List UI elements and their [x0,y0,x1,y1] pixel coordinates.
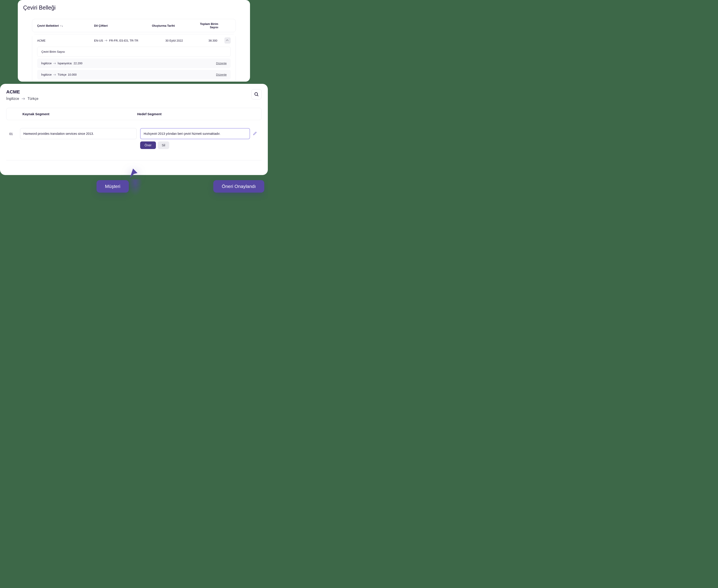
direction-src: İngilizce [6,97,19,101]
arrow-right-icon [53,74,56,76]
cursor-glow [128,179,142,196]
pair-src: İngilizce [41,62,51,65]
segment-header-row: Kaynak Segment Hedef Segment [6,108,261,120]
col-header-name-label: Çeviri Bellekleri [37,24,59,27]
edit-link[interactable]: Düzenle [216,62,227,65]
page-title: Çeviri Belleği [23,4,245,11]
pencil-icon [253,131,257,136]
target-segment-box[interactable]: Hızlıçeviri 2013 yılından beri çeviri hi… [140,128,250,139]
col-header-pair: Dil Çiftleri [94,24,152,27]
customer-pill: Müşteri [97,180,129,193]
arrow-right-icon [53,62,56,65]
tm-date-cell: 30 Eylül 2022 [152,39,196,42]
tm-name-cell: ACME [37,39,94,42]
tm-expanded-row: ACME EN-US FR-FR, ES-ES, TR-TR 30 Eylül … [32,34,236,82]
delete-button[interactable]: Sil [158,142,169,149]
suggest-button[interactable]: Öner [140,142,156,149]
sort-icon: ↑↓ [60,24,63,27]
search-button[interactable] [251,89,261,99]
pair-src: İngilizce [41,73,51,76]
source-segment-box[interactable]: Hareword provides translation services s… [20,128,136,139]
tm-row[interactable]: ACME EN-US FR-FR, ES-ES, TR-TR 30 Eylül … [32,34,236,47]
lang-pair-row: İngilizce İspanyolca: 22.200 Düzenle [37,59,231,68]
pair-tgt: Türkçe [58,73,66,76]
chevron-up-icon [226,40,228,42]
lang-pair-row: İngilizce Türkçe 10.000 Düzenle [37,70,231,79]
col-header-name[interactable]: Çeviri Bellekleri ↑↓ [37,24,94,27]
src-header: Kaynak Segment [22,112,134,116]
arrow-right-icon [104,39,108,42]
approved-pill: Öneri Onaylandı [213,180,264,193]
language-direction: İngilizce Türkçe [6,97,39,101]
translation-memory-panel: Çeviri Belleği Çeviri Bellekleri ↑↓ Dil … [18,0,250,82]
segment-row: 01 Hareword provides translation service… [6,128,261,149]
collapse-button[interactable] [225,37,231,44]
tm-total-cell: 38.300 [196,39,222,42]
edit-link[interactable]: Düzenle [216,73,227,76]
edit-segment-button[interactable] [253,128,261,136]
tm-pair-cell: EN-US FR-FR, ES-ES, TR-TR [94,39,152,42]
col-header-date: Oluşturma Tarihi [152,24,196,27]
tm-header-row: Çeviri Bellekleri ↑↓ Dil Çiftleri Oluştu… [32,19,236,32]
unit-count-label: Çeviri Birim Sayısı [37,47,231,57]
search-icon [254,92,259,97]
pair-count: 10.000 [68,73,77,76]
direction-tgt: Türkçe [27,97,39,101]
segment-index: 01 [6,128,20,136]
segment-detail-panel: ACME İngilizce Türkçe Kaynak Segment Hed… [0,84,268,175]
account-title: ACME [6,89,39,94]
arrow-right-icon [21,97,25,100]
pair-tgt: İspanyolca: [58,62,72,65]
svg-point-0 [255,92,258,96]
col-header-total: Toplam Birim Sayısı [196,22,231,29]
source-locale: EN-US [94,39,103,42]
target-locales: FR-FR, ES-ES, TR-TR [109,39,138,42]
pair-count: 22.200 [73,62,83,65]
tgt-header: Hedef Segment [134,112,249,116]
